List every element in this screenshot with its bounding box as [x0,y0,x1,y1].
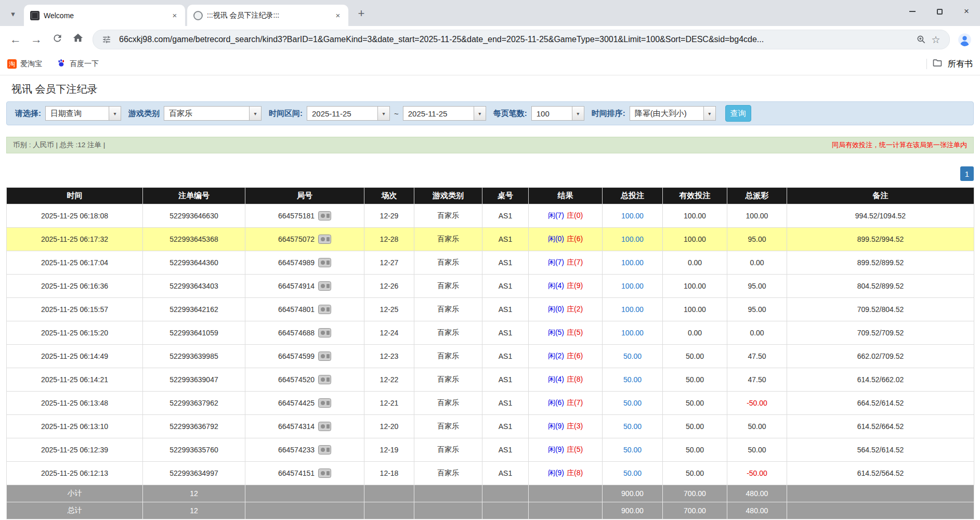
bookmark-baidu[interactable]: 百度一下 [57,58,99,70]
sort-order-value: 降幂(由大到小) [630,107,703,120]
cell-bet-id: 522993639985 [143,345,245,368]
video-replay-icon[interactable] [318,398,331,408]
cell-bet-id: 522993642162 [143,298,245,321]
total-bet-link[interactable]: 50.00 [623,422,642,431]
all-bookmarks-label[interactable]: 所有书 [948,59,973,70]
cell-table: AS1 [482,415,529,438]
tab-search-button[interactable]: ▾ [5,6,21,22]
subtotal-row: 小计 12 900.00 700.00 480.00 [7,485,974,502]
subtotal-label: 小计 [7,485,143,502]
select-label: 请选择: [15,109,41,119]
result-banker: 庄(8) [567,469,583,477]
home-button[interactable] [68,29,88,50]
bookmark-star-icon[interactable]: ☆ [929,32,943,47]
profile-avatar[interactable] [954,29,975,50]
chevron-down-icon[interactable]: ▾ [249,107,261,120]
cell-round: 664574599 [245,345,364,368]
chevron-down-icon[interactable]: ▾ [572,107,584,120]
chevron-down-icon[interactable]: ▾ [703,107,715,120]
address-bar[interactable]: 66cxkj98.com/game/betrecord_search/kind3… [93,30,950,49]
back-button[interactable]: ← [5,29,26,50]
total-bet-link[interactable]: 100.00 [621,305,644,314]
cell-table: AS1 [482,251,529,275]
total-bet-link[interactable]: 50.00 [623,352,642,360]
result-banker: 庄(6) [567,352,583,360]
home-icon [72,32,84,47]
video-replay-icon[interactable] [318,328,331,337]
video-replay-icon[interactable] [318,422,331,431]
close-window-button[interactable]: × [953,0,980,23]
table-row: 2025-11-25 06:18:08 522993646630 6645751… [7,204,974,228]
date-end-select[interactable]: 2025-11-25 ▾ [403,106,486,121]
new-tab-button[interactable]: + [352,5,370,22]
tab-strip: ▾ Welcome × :::视讯 会员下注纪录::: × + × [0,0,980,26]
minimize-button[interactable] [899,0,926,23]
site-info-icon[interactable] [99,32,114,47]
bookmark-taobao[interactable]: 淘 爱淘宝 [7,59,42,69]
total-row: 总计 12 900.00 700.00 480.00 [7,502,974,519]
cell-time: 2025-11-25 06:15:57 [7,298,143,321]
result-banker: 庄(7) [567,398,583,407]
video-replay-icon[interactable] [318,235,331,244]
cell-total-bet: 50.00 [603,368,663,392]
video-replay-icon[interactable] [318,211,331,220]
refresh-button[interactable] [47,29,68,50]
total-bet-link[interactable]: 100.00 [621,329,644,337]
table-row: 2025-11-25 06:13:48 522993637962 6645744… [7,392,974,415]
page-1-button[interactable]: 1 [960,166,974,181]
cell-table: AS1 [482,228,529,251]
cell-round: 664574688 [245,321,364,345]
cell-bet-id: 522993635760 [143,438,245,462]
search-button[interactable]: 查询 [725,105,751,122]
zoom-icon[interactable] [914,32,929,47]
game-type-select[interactable]: 百家乐 ▾ [164,106,262,121]
cell-round: 664575072 [245,228,364,251]
subtotal-total-bet: 900.00 [603,485,663,502]
url-text[interactable]: 66cxkj98.com/game/betrecord_search/kind3… [119,35,909,44]
total-bet-link[interactable]: 100.00 [621,282,644,290]
col-round: 局号 [245,188,364,204]
cell-payout: -50.00 [727,462,787,485]
video-replay-icon[interactable] [318,281,331,291]
total-bet-link[interactable]: 100.00 [621,235,644,243]
total-bet-link[interactable]: 50.00 [623,446,642,454]
tab-bet-records[interactable]: :::视讯 会员下注纪录::: × [187,5,348,26]
cell-round: 664574520 [245,368,364,392]
total-bet-link[interactable]: 50.00 [623,469,642,477]
bookmark-label: 百度一下 [70,59,99,69]
total-bet-link[interactable]: 50.00 [623,399,642,407]
cell-valid-bet: 50.00 [663,392,727,415]
cell-note: 614.52/662.02 [787,368,974,392]
tab-close-icon[interactable]: × [333,10,343,21]
chevron-down-icon[interactable]: ▾ [377,107,389,120]
col-note: 备注 [787,188,974,204]
cell-table: AS1 [482,204,529,228]
video-replay-icon[interactable] [318,352,331,361]
total-bet-link[interactable]: 50.00 [623,375,642,384]
sort-order-select[interactable]: 降幂(由大到小) ▾ [630,106,716,121]
video-replay-icon[interactable] [318,469,331,478]
tab-welcome[interactable]: Welcome × [24,5,185,26]
chevron-down-icon[interactable]: ▾ [474,107,486,120]
chevron-down-icon[interactable]: ▾ [109,107,121,120]
video-replay-icon[interactable] [318,305,331,314]
forward-button[interactable]: → [26,29,47,50]
total-bet-link[interactable]: 100.00 [621,212,644,220]
video-replay-icon[interactable] [318,445,331,454]
date-query-select[interactable]: 日期查询 ▾ [45,106,121,121]
avatar-icon [958,33,972,47]
cell-session: 12-25 [364,298,414,321]
tab-close-icon[interactable]: × [169,10,180,21]
video-replay-icon[interactable] [318,258,331,267]
video-replay-icon[interactable] [318,375,331,384]
maximize-button[interactable] [926,0,953,23]
subtotal-payout: 480.00 [727,485,787,502]
cell-valid-bet: 0.00 [663,251,727,275]
page-size-select[interactable]: 100 ▾ [531,106,584,121]
cell-result: 闲(9)庄(8) [529,462,603,485]
result-player: 闲(7) [548,258,564,266]
cell-valid-bet: 50.00 [663,462,727,485]
date-start-select[interactable]: 2025-11-25 ▾ [307,106,390,121]
cell-time: 2025-11-25 06:12:39 [7,438,143,462]
total-bet-link[interactable]: 100.00 [621,258,644,267]
